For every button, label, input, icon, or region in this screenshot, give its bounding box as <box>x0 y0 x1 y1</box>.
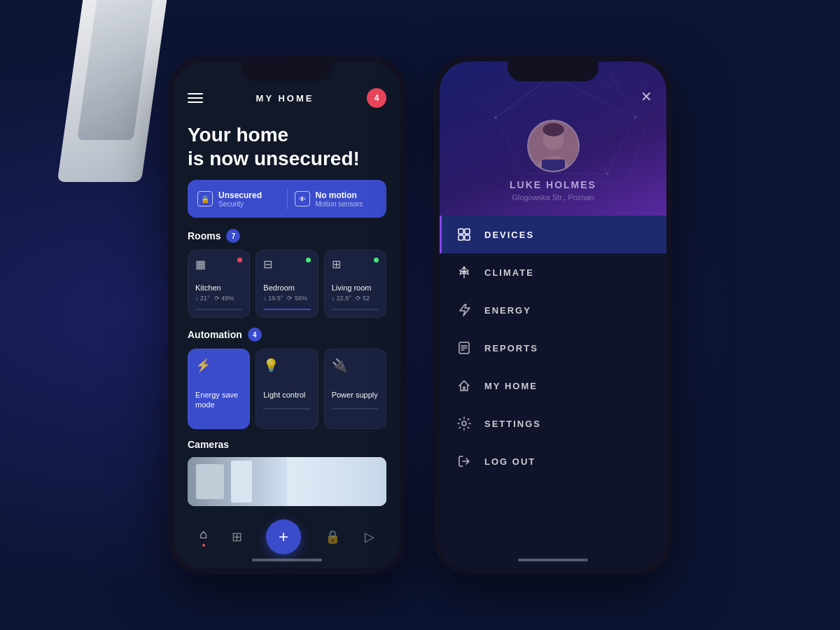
svg-point-12 <box>634 116 637 119</box>
camera-preview[interactable] <box>188 457 386 506</box>
automation-badge: 4 <box>248 328 262 342</box>
security-status: 🔒 Unsecured Security <box>197 190 280 208</box>
rooms-title: Rooms <box>188 230 220 241</box>
nav-add-button[interactable]: + <box>266 519 301 554</box>
auto-card-light[interactable]: 💡 Light control <box>255 349 318 429</box>
room-card-kitchen[interactable]: ▦ Kitchen ↓ 21° ⟳ 49% <box>188 250 250 318</box>
nav-home[interactable]: ⌂ <box>200 527 207 547</box>
light-divider <box>263 408 310 410</box>
kitchen-humidity: ⟳ 49% <box>214 295 234 302</box>
notification-badge[interactable]: 4 <box>367 88 386 108</box>
room-card-bedroom[interactable]: ⊟ Bedroom ↓ 19.5° ⟳ 56% <box>255 250 318 318</box>
svg-point-29 <box>462 421 466 426</box>
settings-icon <box>456 416 472 431</box>
room-card-living[interactable]: ⊞ Living room ↓ 22.5° ⟳ 52 <box>324 250 386 318</box>
phone-2-screen: ✕ LUKE HOLMES Gl <box>440 62 666 568</box>
room-status-dot-bedroom <box>306 258 311 262</box>
hero-text: Your home is now unsecured! <box>188 123 386 170</box>
automation-grid: ⚡ Energy save mode 💡 Light control 🔌 Pow… <box>188 349 386 429</box>
bedroom-name: Bedroom <box>263 284 310 292</box>
home-nav-icon: ⌂ <box>200 527 207 542</box>
auto-card-power[interactable]: 🔌 Power supply <box>324 349 386 429</box>
menu-item-myhome[interactable]: MY HOME <box>440 367 666 405</box>
settings-label: SETTINGS <box>484 419 541 429</box>
living-icon: ⊞ <box>332 258 341 271</box>
status-bar[interactable]: 🔒 Unsecured Security 👁 No motion Motion … <box>188 180 386 218</box>
menu-item-climate[interactable]: CLIMATE <box>440 253 666 291</box>
living-divider <box>332 309 379 310</box>
logout-label: LOG OUT <box>484 456 536 467</box>
bedroom-divider <box>263 309 310 310</box>
automation-title: Automation <box>188 329 242 340</box>
energy-save-label: Energy save mode <box>195 390 242 410</box>
nav-lock[interactable]: 🔒 <box>325 529 340 545</box>
hero-headline: Your home is now unsecured! <box>188 123 386 170</box>
svg-rect-22 <box>458 235 463 240</box>
automation-section-header: Automation 4 <box>188 328 386 342</box>
svg-point-13 <box>606 172 609 175</box>
energy-divider <box>195 419 242 420</box>
menu-item-energy[interactable]: ENERGY <box>440 291 666 329</box>
kitchen-divider <box>195 309 242 310</box>
room-status-dot-kitchen <box>237 258 242 262</box>
phones-container: MY HOME 4 Your home is now unsecured! <box>168 56 672 574</box>
bedroom-temp: ↓ 19.5° <box>263 295 283 302</box>
phone-1-content: Your home is now unsecured! 🔒 Unsecured … <box>174 116 400 512</box>
living-temp: ↓ 22.5° <box>332 295 351 302</box>
side-menu: DEVICES CLIMATE <box>440 216 666 568</box>
light-label: Light control <box>263 390 310 400</box>
close-button[interactable]: ✕ <box>640 88 652 105</box>
svg-rect-4 <box>440 62 666 216</box>
kitchen-icon: ▦ <box>195 258 206 271</box>
notch-1 <box>241 62 332 81</box>
living-name: Living room <box>332 284 379 292</box>
svg-rect-20 <box>458 229 463 234</box>
menu-item-devices[interactable]: DEVICES <box>440 216 666 253</box>
menu-item-logout[interactable]: LOG OUT <box>440 442 666 480</box>
energy-icon <box>456 302 472 318</box>
nav-grid[interactable]: ⊞ <box>232 529 242 545</box>
status-divider <box>287 188 288 209</box>
energy-label: ENERGY <box>484 305 531 316</box>
nav-play[interactable]: ▷ <box>365 529 374 545</box>
hamburger-menu-button[interactable] <box>188 93 203 103</box>
reports-label: REPORTS <box>484 343 538 354</box>
room-status-dot-living <box>374 258 379 262</box>
climate-icon <box>456 265 472 280</box>
motion-icon: 👁 <box>295 191 310 206</box>
menu-item-settings[interactable]: SETTINGS <box>440 405 666 442</box>
automation-section: Automation 4 ⚡ Energy save mode 💡 Light … <box>188 328 386 429</box>
menu-item-reports[interactable]: REPORTS <box>440 329 666 367</box>
motion-label: No motion <box>316 190 363 200</box>
kitchen-name: Kitchen <box>195 284 242 292</box>
svg-rect-3 <box>287 457 386 506</box>
motion-status: 👁 No motion Motion sensors <box>295 190 377 208</box>
security-sub: Security <box>218 200 262 208</box>
cameras-title: Cameras <box>188 439 229 450</box>
phone-1-screen: MY HOME 4 Your home is now unsecured! <box>174 62 400 568</box>
energy-save-icon: ⚡ <box>195 358 242 373</box>
nav-home-indicator <box>202 544 205 547</box>
app-title: MY HOME <box>256 93 314 104</box>
kitchen-temp: ↓ 21° <box>195 295 210 302</box>
power-icon: 🔌 <box>332 358 379 373</box>
svg-rect-21 <box>465 229 470 234</box>
geometric-pattern <box>440 62 666 216</box>
cameras-section: Cameras <box>188 439 386 506</box>
auto-card-energy[interactable]: ⚡ Energy save mode <box>188 349 250 429</box>
power-label: Power supply <box>332 390 379 400</box>
home-menu-icon <box>456 378 472 393</box>
rooms-badge: 7 <box>226 229 240 243</box>
devices-icon <box>456 227 472 242</box>
phone-1: MY HOME 4 Your home is now unsecured! <box>168 56 406 574</box>
lock-icon: 🔒 <box>197 191 213 206</box>
security-label: Unsecured <box>218 190 262 200</box>
bedroom-icon: ⊟ <box>263 258 272 271</box>
power-divider <box>332 408 379 410</box>
cameras-section-header: Cameras <box>188 439 386 450</box>
lock-nav-icon: 🔒 <box>325 529 340 545</box>
grid-nav-icon: ⊞ <box>232 529 242 545</box>
play-nav-icon: ▷ <box>365 529 374 545</box>
myhome-label: MY HOME <box>484 381 538 391</box>
reports-icon <box>456 340 472 356</box>
